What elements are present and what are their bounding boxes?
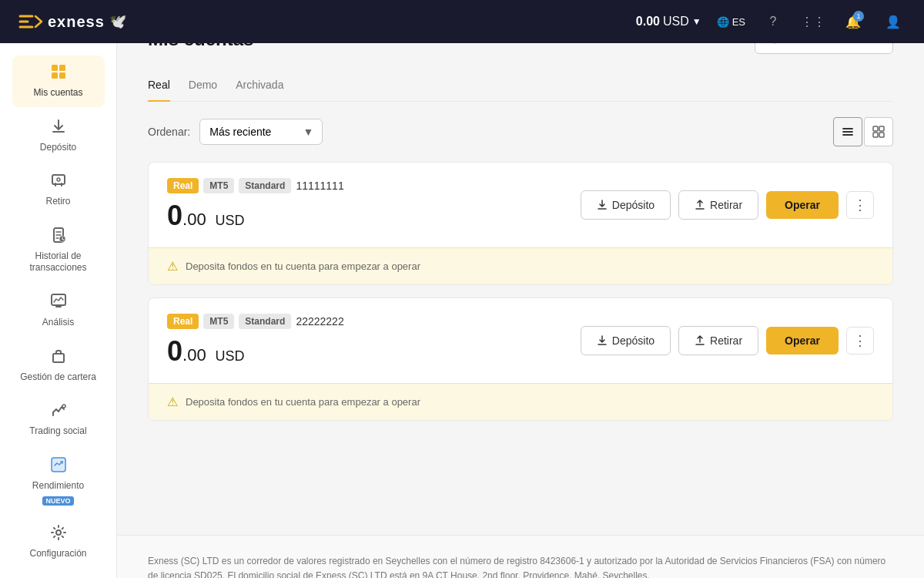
withdraw-button-1[interactable]: Retirar bbox=[678, 190, 758, 220]
operate-label-2: Operar bbox=[785, 334, 820, 347]
filter-left: Ordenar: Más reciente Más antiguo Mayor … bbox=[148, 119, 323, 145]
sidebar-item-retiro[interactable]: Retiro bbox=[12, 164, 105, 216]
svg-rect-9 bbox=[53, 354, 64, 362]
svg-rect-17 bbox=[879, 133, 884, 137]
warning-icon-1: ⚠ bbox=[167, 259, 178, 274]
portfolio-icon bbox=[50, 348, 67, 368]
grid-icon: ⋮⋮ bbox=[801, 15, 825, 29]
help-button[interactable]: ? bbox=[761, 9, 785, 34]
svg-rect-15 bbox=[879, 126, 884, 131]
tab-demo[interactable]: Demo bbox=[189, 72, 217, 102]
sidebar-item-label-rendimiento: Rendimiento bbox=[32, 480, 84, 492]
balance-whole-1: 0 bbox=[167, 200, 182, 231]
logo-text: exness bbox=[48, 13, 105, 31]
analysis-icon bbox=[50, 293, 67, 314]
sidebar-item-label-mis-cuentas: Mis cuentas bbox=[33, 87, 82, 99]
filter-row: Ordenar: Más reciente Más antiguo Mayor … bbox=[148, 117, 893, 146]
sidebar-item-configuracion[interactable]: Configuración bbox=[12, 516, 105, 568]
sidebar-item-analisis[interactable]: Análisis bbox=[12, 285, 105, 337]
view-toggle bbox=[833, 117, 893, 146]
list-icon bbox=[841, 125, 855, 139]
account-card-top-2: Real MT5 Standard 22222222 0.00 USD Depó… bbox=[149, 298, 892, 383]
withdraw-label-1: Retirar bbox=[710, 199, 742, 211]
svg-rect-0 bbox=[52, 65, 58, 71]
account-right-1: Depósito Retirar Operar ⋮ bbox=[581, 190, 874, 220]
warning-icon-2: ⚠ bbox=[167, 395, 178, 409]
sidebar: Mis cuentas Depósito Retiro bbox=[0, 43, 117, 578]
tag-real-1: Real bbox=[167, 178, 199, 193]
sort-select-wrapper: Más reciente Más antiguo Mayor balance M… bbox=[199, 119, 323, 145]
language-selector[interactable]: 🌐 ES bbox=[717, 16, 745, 28]
sidebar-item-label-retiro: Retiro bbox=[45, 196, 70, 208]
deposit-icon-1 bbox=[597, 200, 608, 210]
deposit-label-2: Depósito bbox=[612, 334, 654, 347]
logo-icon bbox=[18, 13, 43, 30]
tab-archivada-label: Archivada bbox=[236, 79, 283, 91]
more-button-1[interactable]: ⋮ bbox=[846, 191, 874, 219]
operate-label-1: Operar bbox=[785, 199, 820, 211]
tag-real-2: Real bbox=[167, 314, 199, 329]
tab-real[interactable]: Real bbox=[148, 72, 170, 102]
withdraw-icon-1 bbox=[695, 200, 705, 210]
balance-decimal-2: .00 bbox=[182, 345, 206, 365]
operate-button-1[interactable]: Operar bbox=[766, 191, 839, 219]
sidebar-item-trading-social[interactable]: Trading social bbox=[12, 394, 105, 445]
apps-button[interactable]: ⋮⋮ bbox=[801, 9, 825, 34]
withdraw-icon-2 bbox=[695, 335, 705, 346]
tab-archivada[interactable]: Archivada bbox=[236, 72, 283, 102]
user-icon: 👤 bbox=[886, 15, 901, 29]
account-card-2: Real MT5 Standard 22222222 0.00 USD Depó… bbox=[148, 297, 893, 421]
svg-point-5 bbox=[57, 178, 60, 181]
grid-view-icon bbox=[872, 125, 886, 139]
operate-button-2[interactable]: Operar bbox=[766, 327, 839, 355]
tag-account-type-2: Standard bbox=[239, 314, 291, 329]
balance-display[interactable]: 0.00 USD ▼ bbox=[636, 15, 701, 29]
svg-rect-4 bbox=[52, 175, 65, 184]
sidebar-item-deposito[interactable]: Depósito bbox=[12, 110, 105, 162]
footer: Exness (SC) LTD es un corredor de valore… bbox=[117, 535, 924, 578]
grid-view-button[interactable] bbox=[864, 117, 893, 146]
deposit-button-2[interactable]: Depósito bbox=[581, 326, 671, 355]
svg-point-13 bbox=[56, 530, 61, 535]
deposit-label-1: Depósito bbox=[612, 199, 654, 211]
svg-point-10 bbox=[62, 405, 65, 408]
deposit-icon bbox=[50, 118, 67, 139]
balance-whole-2: 0 bbox=[167, 335, 182, 367]
balance-currency-2: USD bbox=[215, 348, 244, 364]
globe-icon: 🌐 bbox=[717, 16, 729, 28]
account-warning-1: ⚠ Deposita fondos en tu cuenta para empe… bbox=[149, 247, 892, 284]
balance-currency: USD bbox=[663, 15, 689, 29]
balance-currency-1: USD bbox=[215, 213, 244, 228]
svg-rect-1 bbox=[59, 65, 65, 71]
account-left-2: Real MT5 Standard 22222222 0.00 USD bbox=[167, 314, 344, 368]
sidebar-item-historial[interactable]: Historial de transacciones bbox=[12, 219, 105, 282]
sidebar-item-mis-cuentas[interactable]: Mis cuentas bbox=[12, 55, 105, 107]
account-card-1: Real MT5 Standard 11111111 0.00 USD Depó… bbox=[148, 162, 893, 285]
account-tags-2: Real MT5 Standard 22222222 bbox=[167, 314, 344, 329]
deposit-icon-2 bbox=[597, 335, 608, 346]
withdraw-button-2[interactable]: Retirar bbox=[678, 326, 758, 355]
notification-button[interactable]: 🔔 1 bbox=[841, 9, 865, 34]
sidebar-item-label-deposito: Depósito bbox=[40, 142, 76, 154]
header-right: 0.00 USD ▼ 🌐 ES ? ⋮⋮ 🔔 1 👤 bbox=[636, 9, 906, 34]
deposit-button-1[interactable]: Depósito bbox=[581, 190, 671, 220]
logo: exness 🕊️ bbox=[18, 13, 126, 31]
performance-icon bbox=[50, 456, 67, 477]
filter-label: Ordenar: bbox=[148, 126, 190, 138]
account-right-2: Depósito Retirar Operar ⋮ bbox=[581, 326, 874, 355]
warning-text-2: Deposita fondos en tu cuenta para empeza… bbox=[186, 396, 420, 408]
list-view-button[interactable] bbox=[833, 117, 862, 146]
account-balance-2: 0.00 USD bbox=[167, 335, 344, 368]
sidebar-item-label-historial: Historial de transacciones bbox=[18, 250, 99, 274]
sidebar-item-gestion[interactable]: Gestión de cartera bbox=[12, 340, 105, 391]
sort-select[interactable]: Más reciente Más antiguo Mayor balance M… bbox=[199, 119, 323, 145]
more-icon-2: ⋮ bbox=[853, 332, 867, 349]
account-left-1: Real MT5 Standard 11111111 0.00 USD bbox=[167, 178, 344, 232]
logo-bird: 🕊️ bbox=[109, 13, 126, 30]
more-button-2[interactable]: ⋮ bbox=[846, 327, 874, 355]
account-tags-1: Real MT5 Standard 11111111 bbox=[167, 178, 344, 193]
footer-legal-1: Exness (SC) LTD es un corredor de valore… bbox=[148, 554, 893, 578]
sidebar-item-rendimiento[interactable]: Rendimiento NUEVO bbox=[12, 449, 105, 514]
svg-rect-2 bbox=[52, 72, 58, 79]
profile-button[interactable]: 👤 bbox=[881, 9, 906, 34]
